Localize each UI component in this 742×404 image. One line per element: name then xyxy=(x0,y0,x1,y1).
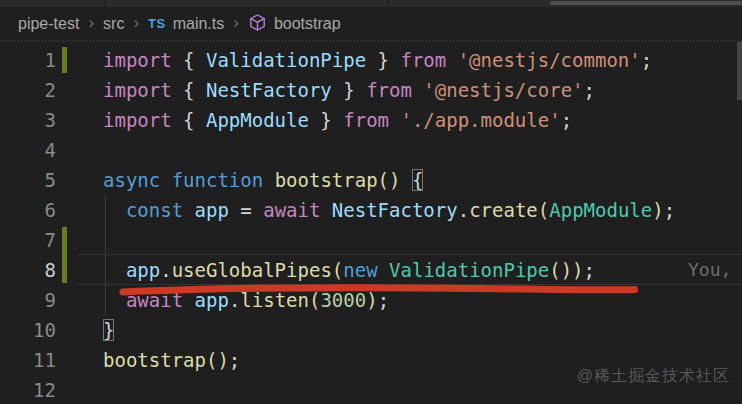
line-number[interactable]: 7 xyxy=(0,225,56,255)
code-text: bootstrap(); xyxy=(103,345,240,375)
code-editor[interactable]: 1import { ValidationPipe } from '@nestjs… xyxy=(0,0,742,404)
code-line[interactable]: 2import { NestFactory } from '@nestjs/co… xyxy=(0,75,742,105)
code-line[interactable]: 1import { ValidationPipe } from '@nestjs… xyxy=(0,45,742,75)
code-line[interactable]: 5async function bootstrap() { xyxy=(0,165,742,195)
code-text: import { AppModule } from './app.module'… xyxy=(103,105,572,135)
code-line[interactable]: 6 const app = await NestFactory.create(A… xyxy=(0,195,742,225)
line-number[interactable]: 11 xyxy=(0,345,56,375)
code-line[interactable]: 10} xyxy=(0,315,742,345)
code-text: } xyxy=(103,315,114,345)
line-number[interactable]: 5 xyxy=(0,165,56,195)
line-number[interactable]: 4 xyxy=(0,135,56,165)
editor-scrollbar-thumb[interactable] xyxy=(737,42,742,100)
code-line[interactable]: 8 app.useGlobalPipes(new ValidationPipe(… xyxy=(0,255,742,285)
code-text: import { NestFactory } from '@nestjs/cor… xyxy=(103,75,595,105)
watermark: @稀土掘金技术社区 xyxy=(577,366,730,387)
code-line[interactable]: 4 xyxy=(0,135,742,165)
code-text: async function bootstrap() { xyxy=(103,165,423,195)
code-text: const app = await NestFactory.create(App… xyxy=(103,195,675,225)
vscode-window: pipe-test › src › TS main.ts › bootstrap… xyxy=(0,0,742,404)
gutter-modified-indicator[interactable] xyxy=(62,227,67,283)
code-line[interactable]: 9 await app.listen(3000); xyxy=(0,285,742,315)
gutter-modified-indicator[interactable] xyxy=(62,47,67,73)
line-number[interactable]: 1 xyxy=(0,45,56,75)
code-text: await app.listen(3000); xyxy=(103,285,389,315)
line-number[interactable]: 3 xyxy=(0,105,56,135)
code-line[interactable]: 3import { AppModule } from './app.module… xyxy=(0,105,742,135)
line-number[interactable]: 8 xyxy=(0,255,56,285)
line-number[interactable]: 9 xyxy=(0,285,56,315)
line-number[interactable]: 12 xyxy=(0,375,56,404)
code-text: import { ValidationPipe } from '@nestjs/… xyxy=(103,45,652,75)
line-number[interactable]: 10 xyxy=(0,315,56,345)
line-number[interactable]: 6 xyxy=(0,195,56,225)
code-text: app.useGlobalPipes(new ValidationPipe())… xyxy=(103,255,595,285)
line-number[interactable]: 2 xyxy=(0,75,56,105)
git-blame-inline-hint: You, xyxy=(688,255,731,285)
code-line[interactable]: 7 xyxy=(0,225,742,255)
